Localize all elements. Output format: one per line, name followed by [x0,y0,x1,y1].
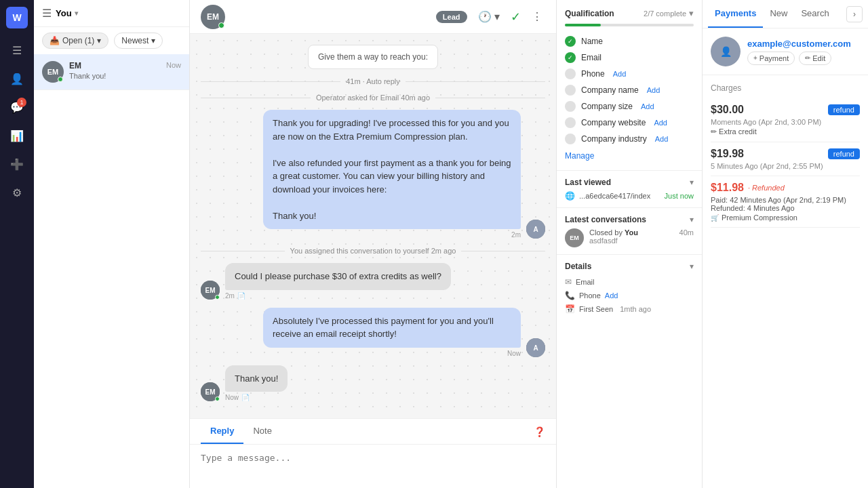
detail-first-seen-value: 1mth ago [620,305,651,313]
latest-conv-item: EM Closed by You asdfasdf 40m [565,228,694,247]
resolve-btn[interactable]: ✓ [511,9,521,24]
charge-item-1: $30.00 refund Moments Ago (Apr 2nd, 3:00… [711,98,860,142]
auto-reply-text: 41m · Auto reply [346,77,400,85]
last-viewed-collapse-icon[interactable]: ▾ [690,178,694,187]
nav-settings[interactable]: ⚙ [5,180,29,205]
customer-time-2: Now [225,394,239,401]
svg-text:👤: 👤 [720,46,732,58]
qual-item-phone: Phone Add [565,66,694,82]
nav-contacts[interactable]: 👤 [5,66,29,91]
detail-add-phone[interactable]: Add [605,291,618,300]
svg-text:A: A [533,226,538,233]
qual-check-company-website [565,117,576,128]
customer-bubble-1: Could I please purchase $30 of extra cre… [225,263,451,290]
online-dot [58,77,63,82]
qual-item-email: ✓ Email [565,49,694,66]
user-label[interactable]: You ▾ [56,8,78,18]
right-panel: Qualification 2/7 complete ▾ ✓ Name ✓ Em… [556,0,702,488]
chat-header-left: EM [201,5,225,29]
qual-add-company-industry[interactable]: Add [655,135,669,143]
payment-btn[interactable]: + Payment [747,52,795,65]
svg-text:EM: EM [205,287,216,294]
inbox-label: Open (1) [62,36,94,45]
latest-conv-collapse-icon[interactable]: ▾ [690,215,694,224]
reply-input-area [190,445,556,488]
reply-input[interactable] [201,453,545,480]
pencil-icon-1: ✏ [711,127,719,136]
svg-text:EM: EM [205,388,216,396]
qual-add-phone[interactable]: Add [613,70,627,78]
assigned-text: You assigned this conversation to yourse… [290,247,456,255]
chat-header: EM Lead 🕐 ▾ ✓ ⋮ [190,0,556,34]
charge-label-text-1: Extra credit [719,127,757,136]
charges-section: Charges $30.00 refund Moments Ago (Apr 2… [703,75,868,236]
qual-collapse-icon[interactable]: ▾ [689,8,694,18]
charge-time-1: Moments Ago (Apr 2nd, 3:00 PM) [711,118,860,126]
qual-check-phone [565,68,576,79]
detail-first-seen: 📅 First Seen 1mth ago [565,302,694,316]
charge-amount-1: $30.00 [711,104,744,116]
pay-nav-arrow[interactable]: › [846,6,863,22]
help-icon[interactable]: ❓ [534,426,545,437]
customer-meta-2: Now 📄 [225,394,288,401]
qual-add-company-website[interactable]: Add [654,119,667,127]
conversation-list: ☰ You ▾ 📥 Open (1) ▾ Newest ▾ EM EM Than… [34,0,190,488]
email-icon: ✉ [565,277,572,287]
list-menu-icon[interactable]: ☰ [42,7,52,20]
tab-reply[interactable]: Reply [201,419,243,444]
conv-time: Now [166,61,181,69]
conversation-item[interactable]: EM EM Thank you! Now [34,54,189,90]
tab-new[interactable]: New [763,0,794,28]
customer-read-icon-2: 📄 [241,394,250,401]
detail-first-seen-label: First Seen [579,305,613,313]
more-options-btn[interactable]: ⋮ [529,7,545,26]
nav-hamburger[interactable]: ☰ [5,38,29,62]
tab-payments[interactable]: Payments [708,0,763,28]
qual-item-company-industry: Company industry Add [565,131,694,147]
tab-note[interactable]: Note [243,419,281,444]
progress-bar-bg [565,24,694,26]
chevron-down-icon: ▾ [75,9,78,17]
conv-preview: Thank you! [69,72,161,80]
tab-search[interactable]: Search [794,0,835,28]
sort-label: Newest [121,36,149,45]
agent-bubble-2: Absolutely I've processed this payment f… [263,308,521,348]
refund-btn-1[interactable]: refund [828,104,860,115]
details-collapse-icon[interactable]: ▾ [690,262,694,271]
charge-amount-3: $11.98 [711,182,744,194]
customer-email[interactable]: example@customer.com [747,39,851,49]
sort-filter-btn[interactable]: Newest ▾ [114,33,163,49]
charge-row-1: $30.00 refund [711,104,860,116]
inbox-chevron-icon: ▾ [97,36,101,45]
header-online-dot [218,22,224,28]
svg-text:A: A [533,344,538,352]
reply-tabs: Reply Note ❓ [190,419,556,445]
qual-add-company-name[interactable]: Add [647,86,660,94]
charge-label-1: ✏ Extra credit [711,127,860,136]
manage-link[interactable]: Manage [565,147,694,162]
qual-check-company-name [565,85,576,96]
edit-icon: ✏ [805,54,810,62]
plan-label-text-3: Premium Compression [722,214,797,222]
agent-avatar-1: A [526,220,545,239]
nav-add[interactable]: ➕ [5,152,29,176]
edit-btn[interactable]: ✏ Edit [799,52,831,65]
clock-icon-btn[interactable]: 🕐 ▾ [475,7,502,26]
calendar-icon: 📅 [565,304,575,314]
payments-tabs: Payments New Search › [703,0,868,28]
latest-conv-info: Closed by You asdfasdf [589,228,674,245]
nav-reports[interactable]: 📊 [5,123,29,148]
qual-add-company-size[interactable]: Add [641,102,654,110]
inbox-filter-btn[interactable]: 📥 Open (1) ▾ [42,33,108,49]
charge-paid-time-3: Paid: 42 Minutes Ago (Apr 2nd, 2:19 PM) [711,196,860,204]
nav-conversations[interactable]: 💬 1 [5,95,29,119]
payment-btn-label: Payment [760,54,789,62]
conv-avatar-initials: EM [47,68,59,76]
agent-time-1: 2m [511,231,521,239]
customer-bubble-2: Thank you! [225,365,288,392]
charges-title: Charges [711,83,860,93]
refund-btn-2[interactable]: refund [828,148,860,159]
payments-panel: Payments New Search › 👤 example@customer… [702,0,868,488]
auto-reply-msg: 41m · Auto reply [201,77,545,85]
details-title: Details ▾ [565,262,694,271]
